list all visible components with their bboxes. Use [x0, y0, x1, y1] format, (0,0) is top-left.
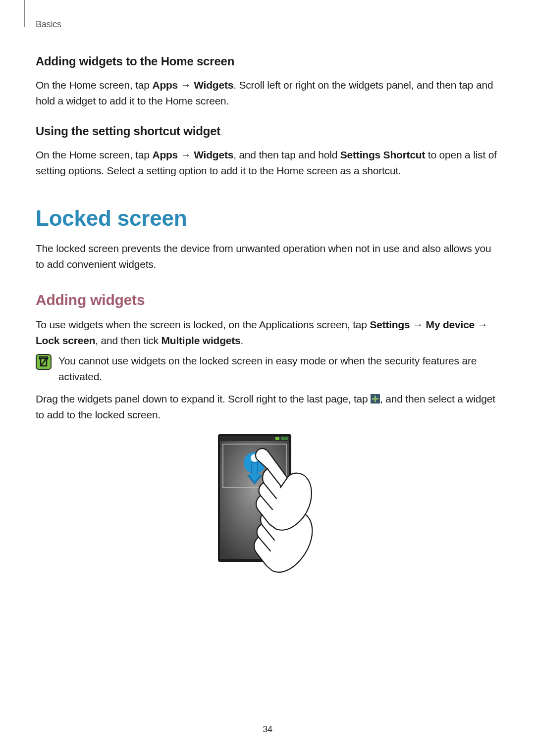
page-number: 34: [0, 723, 535, 736]
bold-widgets: Widgets: [194, 79, 233, 91]
plus-icon: [371, 394, 380, 403]
text: →: [410, 319, 426, 330]
para-drag-widgets: Drag the widgets panel down to expand it…: [36, 391, 499, 422]
note-icon: [36, 354, 52, 370]
header-divider: [24, 0, 25, 27]
bold-apps: Apps: [152, 149, 178, 160]
bold-lock-screen: Lock screen: [36, 335, 95, 346]
text: Drag the widgets panel down to expand it…: [36, 393, 371, 404]
svg-rect-15: [252, 463, 257, 475]
text: On the Home screen, tap: [36, 149, 152, 160]
bold-widgets: Widgets: [194, 149, 233, 160]
para-setting-shortcut: On the Home screen, tap Apps → Widgets, …: [36, 147, 499, 178]
bold-settings: Settings: [370, 319, 410, 330]
bold-multiple-widgets: Multiple widgets: [161, 335, 241, 346]
text: →: [178, 79, 194, 91]
heading-setting-shortcut: Using the setting shortcut widget: [36, 122, 499, 140]
heading-adding-widgets: Adding widgets: [36, 289, 499, 311]
text: →: [475, 319, 487, 330]
text: , and then tap and hold: [233, 149, 340, 160]
svg-rect-8: [281, 437, 288, 440]
para-adding-widgets-home: On the Home screen, tap Apps → Widgets. …: [36, 77, 499, 108]
text: →: [178, 149, 194, 160]
heading-locked-screen: Locked screen: [36, 202, 499, 235]
svg-rect-4: [372, 398, 378, 400]
text: To use widgets when the screen is locked…: [36, 319, 370, 330]
text: On the Home screen, tap: [36, 79, 152, 91]
bold-my-device: My device: [426, 319, 475, 330]
gesture-illustration: [36, 432, 499, 581]
note-text: You cannot use widgets on the locked scr…: [58, 353, 499, 384]
bold-apps: Apps: [152, 79, 178, 91]
text: .: [240, 335, 243, 346]
heading-adding-widgets-home: Adding widgets to the Home screen: [36, 52, 499, 70]
para-adding-widgets: To use widgets when the screen is locked…: [36, 317, 499, 348]
para-locked-screen: The locked screen prevents the device fr…: [36, 241, 499, 272]
bold-settings-shortcut: Settings Shortcut: [340, 149, 425, 160]
breadcrumb: Basics: [36, 18, 61, 31]
text: , and then tick: [95, 335, 161, 346]
note-block: You cannot use widgets on the locked scr…: [36, 353, 499, 384]
svg-rect-7: [275, 437, 279, 440]
